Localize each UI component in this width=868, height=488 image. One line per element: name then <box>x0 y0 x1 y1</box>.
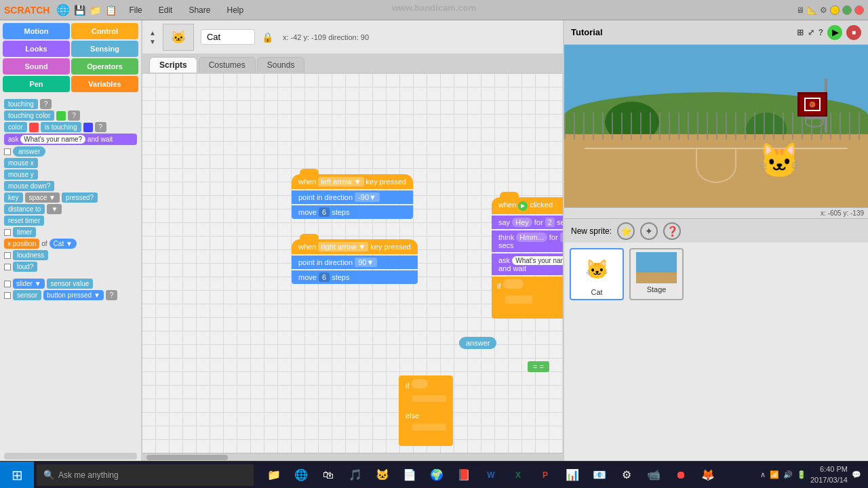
taskbar-browser2-icon[interactable]: 🦊 <box>697 464 719 486</box>
lock-icon[interactable]: 🔒 <box>262 32 273 43</box>
list-item[interactable]: color is touching ? <box>4 122 137 132</box>
loud-checkbox[interactable] <box>4 264 11 270</box>
green-flag-button[interactable]: ▶ <box>827 25 842 40</box>
list-item[interactable]: mouse down? <box>4 181 137 191</box>
cat-looks-button[interactable]: Looks <box>3 41 70 57</box>
list-item[interactable]: slider ▼ sensor value <box>4 279 137 289</box>
list-item[interactable]: loudness <box>4 250 137 260</box>
list-item[interactable]: loud? <box>4 262 137 272</box>
sensor-button-checkbox[interactable] <box>4 292 11 299</box>
list-item[interactable]: distance to ▼ <box>4 204 137 214</box>
notification-icon[interactable]: 💬 <box>852 470 861 479</box>
start-button[interactable]: ⊞ <box>0 462 34 489</box>
cat-control-button[interactable]: Control <box>71 23 138 39</box>
taskbar-edge-icon[interactable]: 🌐 <box>290 464 312 486</box>
basketball-hoop: 🏀 <box>811 79 827 133</box>
stage-coords: x: -605 y: -139 <box>564 207 868 218</box>
answer-floating-block[interactable]: answer <box>459 337 496 349</box>
cat-pen-button[interactable]: Pen <box>3 76 70 92</box>
search-label: Ask me anything <box>58 470 119 480</box>
cat-sensing-button[interactable]: Sensing <box>71 41 138 57</box>
main-layout: Motion Control Looks Sensing Sound Opera… <box>0 20 868 461</box>
slider-checkbox[interactable] <box>4 281 11 287</box>
stop-button[interactable]: ■ <box>846 25 861 40</box>
list-item[interactable]: answer <box>4 146 137 157</box>
taskbar-word-icon[interactable]: W <box>480 464 502 486</box>
sprite-item-cat[interactable]: 🐱 Cat <box>570 248 624 300</box>
taskbar-explorer-icon[interactable]: 📁 <box>263 464 285 486</box>
maximize-button[interactable] <box>842 5 852 15</box>
if-else-block[interactable]: if else <box>399 375 453 446</box>
taskbar-scratch-icon[interactable]: 🐱 <box>372 464 393 486</box>
loudness-checkbox[interactable] <box>4 252 11 259</box>
taskbar-chrome-icon[interactable]: 🌍 <box>426 464 448 486</box>
taskbar-store-icon[interactable]: 🛍 <box>317 464 339 486</box>
close-button[interactable] <box>854 5 864 15</box>
network-icon[interactable]: 📶 <box>770 470 779 479</box>
battery-icon[interactable]: 🔋 <box>797 470 806 479</box>
cat-motion-button[interactable]: Motion <box>3 23 70 39</box>
taskbar-acrobat-icon[interactable]: 📕 <box>453 464 475 486</box>
left-panel: Motion Control Looks Sensing Sound Opera… <box>0 20 142 461</box>
menu-help[interactable]: Help <box>224 4 246 16</box>
list-item[interactable]: mouse y <box>4 169 137 180</box>
taskbar-pdf-icon[interactable]: 📄 <box>399 464 420 486</box>
taskbar-ppt-icon[interactable]: P <box>534 464 556 486</box>
center-panel: ▲ ▼ 🐱 Cat 🔒 x: -42 y: -109 direction: 90… <box>142 20 563 461</box>
taskbar-outlook-icon[interactable]: 📧 <box>589 464 610 486</box>
nav-up-icon[interactable]: ▲ <box>149 29 156 37</box>
green-flag-script[interactable]: when ▶ clicked say Hey for 2 secs think … <box>492 197 563 319</box>
volume-icon[interactable]: 🔊 <box>783 470 793 479</box>
tray-expand-icon[interactable]: ∧ <box>760 470 766 479</box>
taskbar-cam-icon[interactable]: 📹 <box>643 464 665 486</box>
taskbar-settings-icon[interactable]: ⚙ <box>616 464 637 486</box>
add-sprite-star-icon[interactable]: ✦ <box>640 222 658 240</box>
taskbar-media-icon[interactable]: 🎵 <box>344 464 366 486</box>
new-sprite-label: New sprite: <box>571 226 612 236</box>
cat-variables-button[interactable]: Variables <box>71 76 138 92</box>
taskbar-rec-icon[interactable]: ⏺ <box>670 464 692 486</box>
equals-block[interactable]: = = <box>528 361 549 372</box>
list-item[interactable]: key space ▼ pressed? <box>4 192 137 203</box>
left-arrow-script[interactable]: when left arrow ▼ key pressed point in d… <box>292 174 413 219</box>
answer-checkbox[interactable] <box>4 148 11 155</box>
list-item[interactable]: mouse x <box>4 158 137 168</box>
list-item[interactable]: reset timer <box>4 216 137 226</box>
add-sprite-random-icon[interactable]: ❓ <box>663 222 681 240</box>
script-canvas[interactable]: when left arrow ▼ key pressed point in d… <box>142 74 563 453</box>
list-item[interactable]: timer <box>4 227 137 237</box>
menu-file[interactable]: File <box>126 4 144 16</box>
taskbar-search[interactable]: 🔍 Ask me anything <box>37 464 254 486</box>
tab-scripts[interactable]: Scripts <box>149 57 197 73</box>
cat-sound-button[interactable]: Sound <box>3 58 70 75</box>
sprites-panel: 🐱 Cat Stage <box>564 243 868 461</box>
tab-costumes[interactable]: Costumes <box>199 57 256 73</box>
list-item[interactable]: x position of Cat ▼ <box>4 239 137 249</box>
timer-checkbox[interactable] <box>4 229 11 236</box>
clock[interactable]: 6:40 PM 2017/03/14 <box>810 464 848 485</box>
cat-sprite-label: Cat <box>591 288 602 296</box>
tab-sounds[interactable]: Sounds <box>257 57 305 73</box>
right-arrow-script[interactable]: when right arrow ▼ key pressed point in … <box>292 239 418 284</box>
list-item[interactable]: touching color ? <box>4 110 137 121</box>
add-sprite-paint-icon[interactable]: ⭐ <box>617 222 635 240</box>
stage-sprite-label: Stage <box>647 285 667 293</box>
block-list-scrollbar[interactable] <box>4 453 137 460</box>
sprite-coords: x: -42 y: -109 direction: 90 <box>283 33 369 41</box>
clock-date: 2017/03/14 <box>810 475 848 485</box>
list-item[interactable]: touching ? <box>4 99 137 109</box>
cat-operators-button[interactable]: Operators <box>71 58 138 75</box>
nav-down-icon[interactable]: ▼ <box>149 38 156 45</box>
script-scrollbar[interactable] <box>142 453 563 461</box>
sprite-item-stage[interactable]: Stage <box>629 248 684 300</box>
list-item[interactable]: ask What's your name? and wait <box>4 134 137 145</box>
right-panel: Tutorial ⊞ ⤢ ? ▶ ■ <box>563 20 868 461</box>
taskbar-excel-icon[interactable]: X <box>507 464 529 486</box>
taskbar-ppt2-icon[interactable]: 📊 <box>561 464 583 486</box>
minimize-button[interactable] <box>830 5 840 15</box>
sprite-name-input[interactable]: Cat <box>201 29 255 45</box>
sprite-thumbnail: 🐱 <box>163 24 194 51</box>
menu-share[interactable]: Share <box>186 4 213 16</box>
list-item[interactable]: sensor button pressed ▼ ? <box>4 290 137 300</box>
menu-edit[interactable]: Edit <box>156 4 176 16</box>
